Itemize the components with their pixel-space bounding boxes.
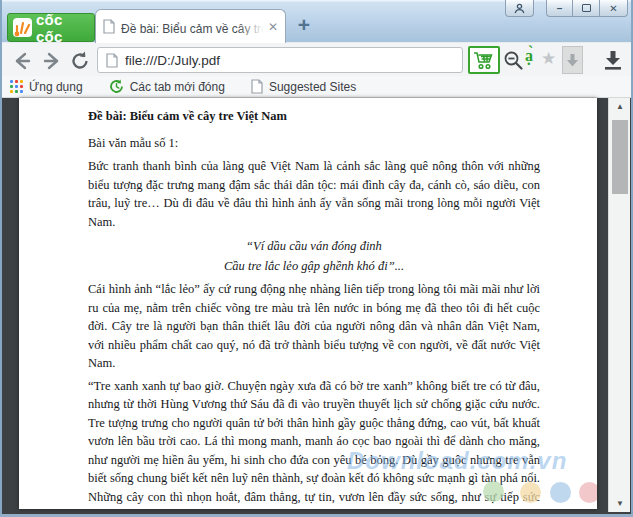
tab-title-wrap: Đề bài: Biểu cảm về cây tre bbox=[121, 19, 264, 35]
bookmark-label: Ứng dụng bbox=[29, 80, 83, 94]
back-button[interactable] bbox=[11, 50, 33, 72]
quote-line-1: “Ví dầu cầu ván đóng đinh bbox=[88, 236, 540, 256]
page-icon bbox=[251, 79, 263, 94]
coccoc-brand-label: cốc cốc bbox=[36, 11, 89, 45]
apps-grid-icon bbox=[10, 80, 23, 93]
bookmark-recently-closed-tabs[interactable]: Các tab mới đóng bbox=[109, 76, 225, 97]
scrollbar-thumb[interactable] bbox=[612, 120, 628, 194]
reload-button[interactable] bbox=[69, 50, 91, 72]
navigation-toolbar: file:///D:/July.pdf ạ̀ ★ bbox=[0, 42, 633, 76]
shopping-cart-icon bbox=[473, 51, 495, 70]
paragraph-3: “Tre xanh xanh tự bao giờ. Chuyện ngày x… bbox=[88, 377, 540, 510]
maximize-button[interactable] bbox=[572, 0, 599, 17]
tab-strip: cốc cốc Đề bài: Biểu cảm về cây tre ✕ + … bbox=[0, 0, 633, 42]
window-controls: – ✕ bbox=[505, 0, 628, 17]
paragraph-2: Cái hình ảnh “lắc lẻo” ấy cứ rung động n… bbox=[88, 280, 540, 373]
tab-title-fade bbox=[238, 19, 264, 35]
bookmark-apps[interactable]: Ứng dụng bbox=[10, 76, 83, 97]
coccoc-logo-icon bbox=[13, 18, 32, 37]
url-text[interactable]: file:///D:/July.pdf bbox=[125, 53, 220, 68]
magnifier-minus-icon bbox=[503, 50, 524, 71]
document-title: Đề bài: Biểu cảm về cây tre Việt Nam bbox=[88, 107, 540, 126]
minimize-icon: – bbox=[557, 3, 563, 14]
browser-window: cốc cốc Đề bài: Biểu cảm về cây tre ✕ + … bbox=[0, 0, 633, 517]
poem-quote: “Ví dầu cầu ván đóng đinh Cầu tre lắc lẻ… bbox=[88, 236, 540, 276]
bookmark-label: Suggested Sites bbox=[269, 80, 356, 94]
close-button[interactable]: ✕ bbox=[599, 0, 628, 17]
down-arrow-icon bbox=[566, 53, 579, 68]
shopping-cart-button[interactable] bbox=[468, 46, 500, 74]
vietnamese-input-icon[interactable]: ạ̀ bbox=[525, 47, 541, 71]
download-tray-icon bbox=[601, 49, 625, 71]
address-bar[interactable]: file:///D:/July.pdf bbox=[97, 47, 463, 73]
zoom-out-button[interactable] bbox=[503, 50, 524, 71]
window-border-left bbox=[0, 0, 2, 517]
quote-line-2: Cầu tre lắc lẻo gập ghềnh khó đi”... bbox=[88, 256, 540, 276]
tab-close-icon[interactable]: ✕ bbox=[268, 21, 278, 33]
pdf-document-text: Đề bài: Biểu cảm về cây tre Việt Nam Bài… bbox=[19, 98, 597, 509]
pdf-page: Đề bài: Biểu cảm về cây tre Việt Nam Bài… bbox=[19, 98, 597, 509]
document-subtitle: Bài văn mẫu số 1: bbox=[88, 134, 540, 153]
pdf-download-dropdown-button[interactable] bbox=[562, 46, 583, 74]
bookmark-suggested-sites[interactable]: Suggested Sites bbox=[251, 76, 356, 97]
pdf-viewer: Đề bài: Biểu cảm về cây tre Việt Nam Bài… bbox=[0, 98, 633, 517]
vertical-scrollbar[interactable]: ▲ ▼ bbox=[608, 98, 630, 512]
tab-active[interactable]: Đề bài: Biểu cảm về cây tre ✕ bbox=[95, 9, 286, 43]
restore-tabs-icon bbox=[109, 79, 124, 94]
tab-page-icon bbox=[103, 19, 115, 34]
scroll-down-button[interactable]: ▼ bbox=[609, 495, 631, 512]
url-page-icon bbox=[106, 53, 118, 68]
minimize-button[interactable]: – bbox=[546, 0, 572, 17]
close-icon: ✕ bbox=[609, 3, 617, 14]
bookmark-star-icon[interactable]: ★ bbox=[541, 48, 556, 70]
paragraph-1: Bức tranh thanh bình của làng quê Việt N… bbox=[88, 157, 540, 231]
new-tab-button[interactable]: + bbox=[291, 16, 317, 35]
bookmark-label: Các tab mới đóng bbox=[130, 80, 225, 94]
forward-button[interactable] bbox=[41, 50, 63, 72]
profile-button[interactable] bbox=[505, 0, 534, 17]
downloads-button[interactable] bbox=[601, 49, 625, 71]
maximize-icon bbox=[582, 4, 591, 12]
coccoc-menu-button[interactable]: cốc cốc bbox=[7, 13, 95, 42]
scroll-up-button[interactable]: ▲ bbox=[609, 98, 631, 115]
bookmarks-bar: Ứng dụng Các tab mới đóng Suggested Site… bbox=[0, 76, 633, 98]
